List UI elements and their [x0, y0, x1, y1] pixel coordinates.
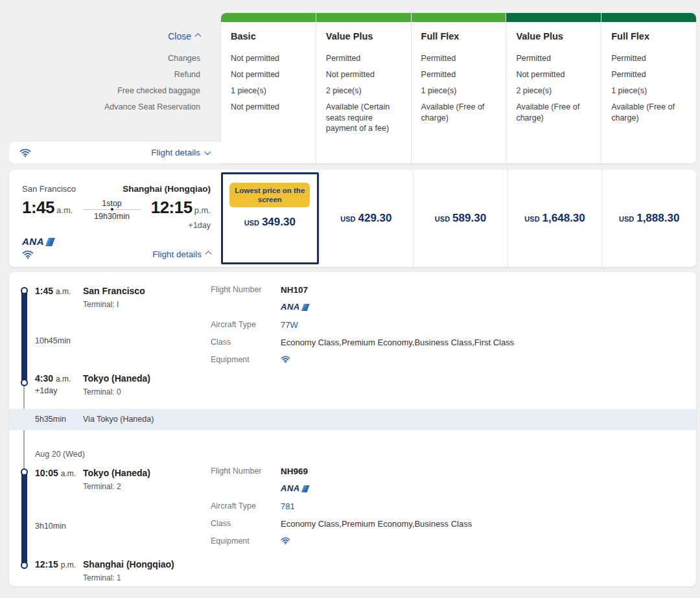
close-button[interactable]: Close	[9, 30, 200, 43]
chevron-up-icon	[205, 251, 212, 257]
fare-value-seat: Available (Certain seats require payment…	[326, 99, 401, 134]
fare-value-changes: Permitted	[326, 51, 401, 67]
equipment-label: Equipment	[211, 355, 281, 364]
route-line	[83, 209, 140, 210]
price-cell-value-plus-2[interactable]: USD1,648.30	[508, 170, 602, 267]
price-cell-basic-selected[interactable]: Lowest price on the screen USD349.30	[221, 172, 319, 264]
price-amount: 1,648.30	[542, 212, 585, 224]
aircraft-type-value[interactable]: 781	[281, 501, 295, 511]
flight-number-label: Flight Number	[211, 466, 281, 476]
fare-column-value-plus-2: Value Plus Permitted Not permitted 2 pie…	[506, 13, 601, 163]
fare-price: USD1,888.30	[619, 212, 679, 225]
aircraft-type-value[interactable]: 77W	[281, 320, 298, 330]
day-offset: +1day	[151, 221, 211, 230]
segment1-arrival-station: Tokyo (Haneda) Terminal: 0	[83, 373, 150, 397]
segment1-arrival-time: 4:30 a.m. +1day	[35, 373, 71, 395]
airline-logo-mark-icon	[301, 485, 310, 492]
feature-label-changes: Changes	[9, 51, 200, 67]
fare-value-refund: Not permitted	[231, 67, 306, 83]
arrival-time: 12:15p.m.	[151, 198, 211, 220]
equipment-label: Equipment	[211, 536, 281, 546]
flight-details-label: Flight details	[151, 148, 200, 157]
aircraft-type-label: Aircraft Type	[211, 501, 281, 511]
fare-value-changes: Permitted	[421, 51, 496, 67]
feature-label-baggage: Free checked baggage	[9, 83, 200, 99]
flight-result-row: San Francisco Shanghai (Hongqiao) 1:45a.…	[9, 170, 696, 267]
segment2-arrival-terminal: Terminal: 1	[83, 573, 174, 582]
fare-price: USD349.30	[244, 216, 296, 229]
segment2-timeline-bar	[21, 472, 27, 565]
currency-code: USD	[244, 219, 259, 227]
flight-number-value: NH107	[281, 285, 308, 295]
fare-price: USD429.30	[340, 212, 391, 225]
fare-selection-page: Close Changes Refund Free checked baggag…	[0, 0, 700, 598]
airline-name: ANA	[22, 237, 44, 246]
timeline-dot-arrival1	[21, 379, 28, 386]
layover-duration: 5h35min	[35, 409, 66, 430]
segment1-timeline-bar	[21, 290, 27, 382]
close-label: Close	[168, 31, 191, 41]
flight-details-toggle-expanded[interactable]: Flight details	[152, 249, 211, 259]
price-cell-full-flex-1[interactable]: USD589.30	[413, 170, 508, 267]
flight-number-value: NH969	[281, 466, 308, 476]
segment2-duration: 3h10min	[35, 522, 66, 531]
arrival-meridiem: p.m.	[194, 205, 211, 215]
flight-details-toggle[interactable]: Flight details	[151, 148, 209, 157]
fare-columns-panel: Basic Not permitted Not permitted 1 piec…	[221, 13, 696, 163]
chevron-up-icon	[195, 33, 202, 40]
fare-name: Full Flex	[421, 30, 496, 43]
segment1-duration: 10h45min	[35, 336, 71, 345]
fare-feature-labels: Close Changes Refund Free checked baggag…	[9, 22, 211, 115]
fare-value-seat: Available (Free of charge)	[611, 99, 686, 123]
segment2-arrival-time: 12:15 p.m.	[35, 559, 76, 569]
price-cell-full-flex-2[interactable]: USD1,888.30	[601, 170, 696, 267]
flight-number-label: Flight Number	[211, 285, 281, 294]
fare-column-full-flex-2: Full Flex Permitted Permitted 1 piece(s)…	[601, 13, 696, 163]
fare-price: USD589.30	[435, 212, 486, 225]
price-cell-value-plus-1[interactable]: USD429.30	[319, 170, 414, 267]
class-label: Class	[211, 338, 281, 347]
fare-tier-bar	[412, 13, 506, 22]
airline-logo-mark-icon	[45, 238, 55, 246]
fare-value-baggage: 1 piece(s)	[611, 83, 686, 99]
fare-name: Value Plus	[516, 30, 591, 43]
flight-details-label: Flight details	[152, 249, 202, 259]
collapsed-flight-row: Flight details	[9, 142, 221, 163]
class-label: Class	[211, 519, 281, 528]
fare-value-seat: Available (Free of charge)	[421, 99, 496, 123]
timeline-dot-departure1	[21, 287, 28, 294]
fare-name: Full Flex	[611, 30, 686, 43]
fare-name: Basic	[231, 30, 306, 43]
fare-value-changes: Permitted	[611, 51, 686, 67]
segment1-arrival-day-offset: +1day	[35, 386, 71, 395]
total-duration: 19h30min	[79, 212, 144, 221]
currency-code: USD	[340, 215, 355, 223]
segment1-meta: Flight Number NH107 ANA Aircraft Type 77…	[211, 285, 514, 371]
departure-time: 1:45a.m.	[22, 198, 73, 230]
segment2-date: Aug 20 (Wed)	[35, 450, 85, 459]
origin-city: San Francisco	[22, 184, 76, 194]
layover-band: 5h35min Via Tokyo (Haneda)	[9, 409, 696, 430]
feature-label-seat-reservation: Advance Seat Reservation	[9, 99, 200, 115]
feature-label-refund: Refund	[9, 67, 200, 83]
stops-count: 1stop	[79, 199, 144, 208]
airline-logo: ANA	[281, 303, 310, 311]
wifi-icon	[19, 148, 31, 157]
airline-logo: ANA	[22, 237, 55, 246]
fare-value-baggage: 2 piece(s)	[326, 83, 401, 99]
aircraft-type-label: Aircraft Type	[211, 320, 281, 329]
airline-logo: ANA	[281, 485, 310, 492]
currency-code: USD	[435, 215, 450, 223]
class-value: Economy Class,Premium Economy,Business C…	[281, 519, 472, 529]
fare-value-baggage: 2 piece(s)	[516, 83, 591, 99]
wifi-icon	[22, 249, 34, 259]
price-amount: 429.30	[358, 212, 392, 224]
fare-value-seat: Not permitted	[231, 99, 306, 113]
segment2-departure-time: 10:05 a.m.	[35, 468, 76, 478]
fare-column-full-flex-1: Full Flex Permitted Permitted 1 piece(s)…	[411, 13, 506, 163]
segment1-arrival-terminal: Terminal: 0	[83, 387, 150, 397]
departure-meridiem: a.m.	[56, 205, 73, 215]
timeline-dot-departure2	[21, 468, 28, 476]
fare-value-refund: Not permitted	[516, 67, 591, 83]
flight-details-card: 1:45 a.m. San Francisco Terminal: I Flig…	[9, 272, 696, 586]
